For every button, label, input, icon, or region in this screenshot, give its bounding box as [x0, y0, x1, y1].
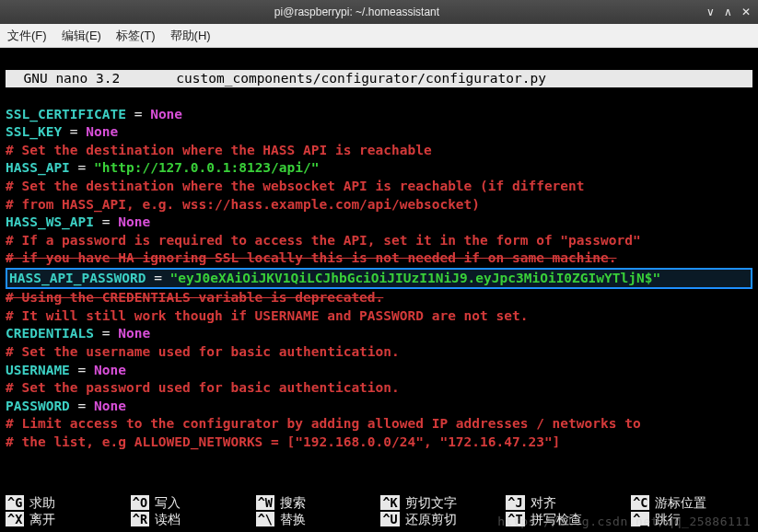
- nano-filename: custom_components/configurator/configura…: [176, 71, 546, 86]
- comment: # Set the username used for basic authen…: [6, 344, 400, 359]
- menu-edit[interactable]: 编辑(E): [62, 28, 101, 44]
- menu-tabs[interactable]: 标签(T): [116, 28, 156, 44]
- maximize-icon[interactable]: ∧: [724, 6, 732, 18]
- var-password: PASSWORD: [6, 399, 70, 413]
- shortcut-justify: ^J对齐: [506, 495, 627, 512]
- shortcut-help: ^G求助: [6, 495, 127, 512]
- comment: # Using the CREDENTIALS variable is depr…: [6, 290, 383, 305]
- comment: # if you have HA ignoring SSL locally th…: [6, 250, 616, 265]
- comment: # Limit access to the configurator by ad…: [6, 416, 641, 431]
- comment: # Set the password used for basic authen…: [6, 380, 400, 395]
- menu-help[interactable]: 帮助(H): [170, 28, 211, 44]
- var-hass-ws: HASS_WS_API: [6, 214, 94, 229]
- var-ssl-key: SSL_KEY: [6, 124, 62, 139]
- menu-file[interactable]: 文件(F): [7, 28, 47, 44]
- comment: # the list, e.g ALLOWED_NETWORKS = ["192…: [6, 434, 560, 449]
- var-credentials: CREDENTIALS: [6, 326, 94, 341]
- shortcut-replace: ^\替换: [256, 512, 378, 528]
- terminal-content: GNU nano 3.2 custom_components/configura…: [6, 52, 752, 469]
- minimize-icon[interactable]: ∨: [706, 6, 715, 18]
- window-titlebar: pi@raspberrypi: ~/.homeassistant ∨ ∧ ✕: [0, 0, 758, 24]
- var-hass-api-password: HASS_API_PASSWORD: [9, 271, 146, 285]
- highlighted-line: HASS_API_PASSWORD = "eyJ0eXAiOiJKV1QiLCJ…: [6, 268, 752, 290]
- comment: # If a password is required to access th…: [6, 233, 641, 248]
- watermark: https://blog.csdn.net/qq_25886111: [497, 515, 751, 528]
- close-icon[interactable]: ✕: [741, 6, 751, 18]
- comment: # Set the destination where the HASS API…: [6, 143, 432, 157]
- shortcut-writeout: ^O写入: [131, 495, 252, 512]
- window-title: pi@raspberrypi: ~/.homeassistant: [7, 6, 706, 18]
- window-controls: ∨ ∧ ✕: [706, 6, 751, 18]
- shortcut-uncut: ^U还原剪切: [380, 512, 502, 528]
- shortcut-search: ^W搜索: [256, 495, 378, 512]
- menu-bar: 文件(F) 编辑(E) 标签(T) 帮助(H): [0, 24, 758, 48]
- shortcut-cut: ^K剪切文字: [380, 495, 502, 512]
- nano-app: GNU nano 3.2: [23, 71, 120, 86]
- var-username: USERNAME: [6, 363, 70, 377]
- terminal-area[interactable]: GNU nano 3.2 custom_components/configura…: [0, 48, 758, 493]
- shortcut-read: ^R读档: [131, 512, 252, 528]
- nano-header: GNU nano 3.2 custom_components/configura…: [6, 70, 752, 88]
- var-hass-api: HASS_API: [6, 160, 70, 175]
- comment: # from HASS_API, e.g. wss://hass.example…: [6, 197, 480, 212]
- comment: # It will still work though if USERNAME …: [6, 308, 528, 323]
- terminal-window: pi@raspberrypi: ~/.homeassistant ∨ ∧ ✕ 文…: [0, 0, 758, 532]
- var-ssl-cert: SSL_CERTIFICATE: [6, 107, 126, 121]
- comment: # Set the destination where the websocke…: [6, 179, 585, 193]
- shortcut-exit: ^X离开: [6, 512, 127, 528]
- shortcut-curpos: ^C游标位置: [631, 495, 752, 512]
